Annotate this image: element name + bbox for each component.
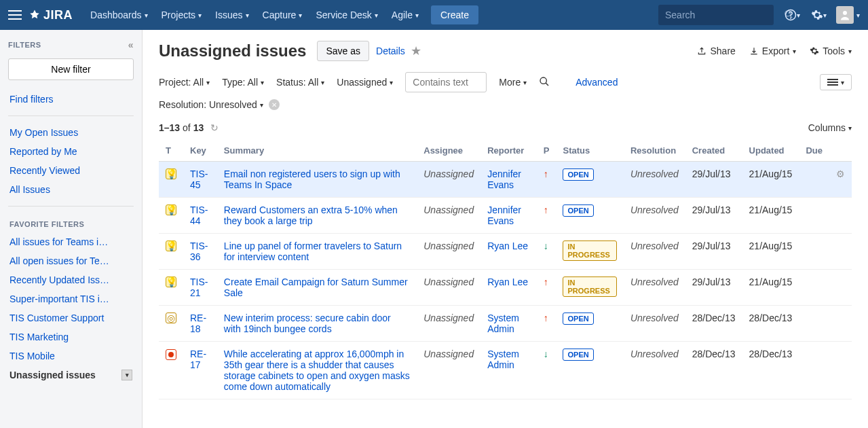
tools-button[interactable]: Tools▾ [810,46,852,56]
star-icon[interactable]: ★ [411,43,421,58]
column-header[interactable]: Created [685,140,742,162]
jira-logo-icon [29,9,41,21]
issue-summary-link[interactable]: New interim process: secure cabin door w… [224,313,391,334]
table-row[interactable]: 💡TIS-44Reward Customers an extra 5-10% w… [159,198,852,234]
column-header[interactable]: Assignee [417,140,480,162]
issue-key-link[interactable]: TIS-44 [190,204,208,226]
table-row[interactable]: 💡TIS-36Line up panel of former travelers… [159,234,852,270]
project-filter[interactable]: Project: All▾ [159,77,210,88]
issue-summary-link[interactable]: Create Email Campaign for Saturn Summer … [224,277,408,298]
nav-projects[interactable]: Projects ▾ [155,0,209,30]
sidebar-fav-filter[interactable]: TIS Mobile [8,346,134,365]
sidebar-fav-filter[interactable]: TIS Customer Support [8,308,134,327]
share-button[interactable]: Share [697,46,735,56]
nav-agile[interactable]: Agile ▾ [385,0,426,30]
table-row[interactable]: 💡TIS-45Email non registered users to sig… [159,162,852,198]
clear-filter-icon[interactable]: ✕ [269,99,280,110]
active-filter[interactable]: Unassigned issues ▾ [8,365,134,385]
reporter-link[interactable]: Jennifer Evans [487,204,521,226]
jira-logo[interactable]: JIRA [29,8,73,22]
global-search[interactable] [658,5,774,25]
nav-capture[interactable]: Capture ▾ [256,0,309,30]
issue-summary-link[interactable]: Reward Customers an extra 5-10% when the… [224,204,398,226]
resolution-filter[interactable]: Resolution: Unresolved▾ [159,99,263,110]
reporter-link[interactable]: Ryan Lee [487,240,528,251]
table-row[interactable]: RE-17While accelerating at approx 16,000… [159,342,852,399]
resolution-value: Unresolved [630,277,679,287]
issue-key-link[interactable]: TIS-36 [190,240,208,262]
assignee-filter[interactable]: Unassigned▾ [337,77,393,88]
reporter-link[interactable]: Ryan Lee [487,277,528,287]
column-header[interactable]: Key [183,140,217,162]
view-toggle[interactable]: ▾ [820,74,852,90]
sidebar-fav-filter[interactable]: All issues for Teams i… [8,232,134,251]
find-filters-link[interactable]: Find filters [8,90,134,109]
filter-search-icon[interactable] [539,76,550,89]
column-header[interactable]: Reporter [480,140,537,162]
column-header[interactable]: Updated [742,140,799,162]
created-value: 29/Jul/13 [685,234,742,270]
table-row[interactable]: ◎RE-18New interim process: secure cabin … [159,306,852,342]
due-value [799,198,829,234]
sidebar-fav-filter[interactable]: All open issues for Te… [8,251,134,270]
sidebar-fav-filter[interactable]: Super-important TIS i… [8,289,134,308]
nav-issues[interactable]: Issues ▾ [208,0,255,30]
priority-high-icon: ↑ [544,204,548,215]
issue-key-link[interactable]: RE-17 [190,349,206,370]
column-header[interactable]: P [537,140,556,162]
issue-summary-link[interactable]: While accelerating at approx 16,000mph i… [224,349,410,392]
help-icon[interactable]: ▾ [785,9,800,21]
save-as-button[interactable]: Save as [317,41,369,61]
sidebar-fav-filter[interactable]: Recently Updated Iss… [8,270,134,289]
row-settings-icon[interactable]: ⚙ [836,168,845,179]
text-filter-input[interactable] [405,72,487,92]
new-filter-button[interactable]: New filter [8,58,134,80]
issue-type-task-icon: ◎ [166,313,176,323]
status-badge: OPEN [563,168,593,181]
column-header[interactable]: T [159,140,183,162]
nav-dashboards[interactable]: Dashboards ▾ [83,0,155,30]
due-value [799,270,829,306]
issue-key-link[interactable]: RE-18 [190,313,206,334]
details-link[interactable]: Details [376,46,405,56]
column-header[interactable]: Status [556,140,623,162]
reporter-link[interactable]: System Admin [487,349,519,370]
issue-summary-link[interactable]: Line up panel of former travelers to Sat… [224,240,402,262]
advanced-link[interactable]: Advanced [575,77,618,88]
sidebar-filter[interactable]: Reported by Me [8,142,134,161]
table-row[interactable]: 💡TIS-21Create Email Campaign for Saturn … [159,270,852,306]
export-button[interactable]: Export▾ [749,46,796,56]
column-header[interactable]: Due [799,140,829,162]
status-badge: IN PROGRESS [563,277,616,297]
filter-dropdown-icon[interactable]: ▾ [121,370,132,380]
issue-type-idea-icon: 💡 [166,277,176,287]
reporter-link[interactable]: Jennifer Evans [487,168,521,190]
issues-table: TKeySummaryAssigneeReporterPStatusResolu… [159,140,852,399]
type-filter[interactable]: Type: All▾ [222,77,264,88]
create-button[interactable]: Create [431,5,478,24]
svg-line-6 [546,83,548,86]
refresh-icon[interactable]: ↻ [210,122,219,133]
sidebar-fav-filter[interactable]: TIS Marketing [8,327,134,346]
column-header[interactable]: Resolution [624,140,685,162]
columns-button[interactable]: Columns▾ [808,122,852,133]
menu-icon[interactable] [8,8,22,22]
reporter-link[interactable]: System Admin [487,313,519,334]
issue-type-idea-icon: 💡 [166,168,176,179]
more-filter[interactable]: More▾ [499,77,527,88]
search-input[interactable] [665,10,784,20]
column-header[interactable]: Summary [217,140,417,162]
due-value [799,306,829,342]
sidebar-filter[interactable]: My Open Issues [8,123,134,142]
sidebar-filter[interactable]: Recently Viewed [8,161,134,180]
collapse-icon[interactable]: « [128,39,134,50]
sidebar-filter[interactable]: All Issues [8,180,134,199]
settings-icon[interactable]: ▾ [811,9,827,21]
nav-service-desk[interactable]: Service Desk ▾ [309,0,384,30]
issue-summary-link[interactable]: Email non registered users to sign up wi… [224,168,400,190]
assignee-value: Unassigned [423,277,474,287]
issue-key-link[interactable]: TIS-45 [190,168,208,190]
issue-key-link[interactable]: TIS-21 [190,277,208,298]
user-avatar[interactable] [836,6,854,24]
status-filter[interactable]: Status: All▾ [276,77,324,88]
